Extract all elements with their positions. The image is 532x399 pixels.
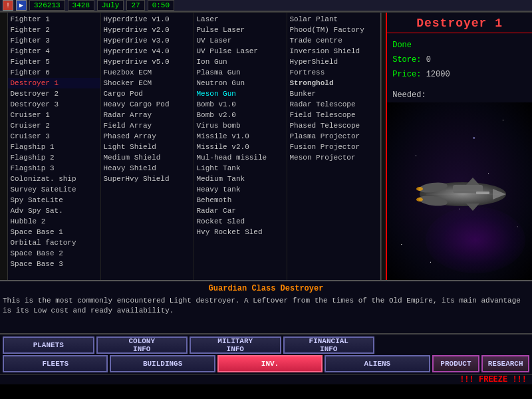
ship-list-item[interactable]: Orbital factory: [8, 237, 100, 248]
ship-list-item[interactable]: Fighter 3: [8, 35, 100, 46]
structure-list-item[interactable]: Solar Plant: [287, 14, 380, 25]
nav-button[interactable]: FLEETS: [3, 355, 108, 372]
structure-list-item[interactable]: HyperShield: [287, 57, 380, 67]
weapon-list-item[interactable]: Rocket Sled: [194, 216, 287, 227]
weapon-list-item[interactable]: Plasma Gun: [194, 67, 287, 78]
structure-list-item[interactable]: Bunker: [287, 88, 380, 99]
nav-button[interactable]: COLONY INFO: [96, 336, 188, 354]
equipment-list-item[interactable]: Phased Array: [101, 131, 194, 142]
nav-row-2: FLEETSBUILDINGSINV.ALIENSPRODUCTRESEARCH: [3, 355, 529, 372]
structure-list-item[interactable]: Phased Telescope: [287, 120, 380, 131]
equipment-list-item[interactable]: Fuezbox ECM: [101, 67, 194, 78]
ship-list-item[interactable]: Space Base 2: [8, 248, 100, 259]
weapon-list-item[interactable]: Virus bomb: [194, 120, 287, 131]
equipment-list-item[interactable]: Radar Array: [101, 110, 194, 120]
play-btn[interactable]: ▶: [16, 0, 27, 11]
needed-label: Needed:: [387, 88, 532, 102]
scrollbar[interactable]: [381, 13, 386, 280]
ship-list-item[interactable]: Hubble 2: [8, 216, 100, 227]
bottom-nav: PLANETSCOLONY INFOMILITARY INFOFINANCIAL…: [0, 333, 532, 374]
structure-list-item[interactable]: Meson Projector: [287, 152, 380, 163]
structure-list-item[interactable]: Fusion Projector: [287, 142, 380, 152]
ship-list-item[interactable]: Spy SateLite: [8, 195, 100, 205]
ship-list-item[interactable]: Colonizat. ship: [8, 174, 100, 184]
nav-button[interactable]: MILITARY INFO: [190, 336, 281, 354]
ship-list-item[interactable]: Space Base 3: [8, 259, 100, 269]
weapon-list-item[interactable]: UV Pulse Laser: [194, 46, 287, 57]
equipment-list-item[interactable]: Heavy Cargo Pod: [101, 99, 194, 110]
weapon-list-item[interactable]: Light Tank: [194, 163, 287, 174]
structure-list-item[interactable]: Field Telescope: [287, 110, 380, 120]
equipment-list-item[interactable]: SuperHvy Shield: [101, 174, 194, 184]
equipment-list-item[interactable]: Hyperdrive v2.0: [101, 25, 194, 35]
equipment-list-item[interactable]: Cargo Pod: [101, 88, 194, 99]
weapon-list-item[interactable]: Mul-head missile: [194, 152, 287, 163]
nav-button[interactable]: FINANCIAL INFO: [283, 336, 375, 354]
ship-list-item[interactable]: Fighter 2: [8, 25, 100, 35]
nav-button[interactable]: INV.: [217, 355, 323, 372]
equipment-list-item[interactable]: Shocker ECM: [101, 78, 194, 88]
nav-special-button[interactable]: PRODUCT: [432, 355, 480, 372]
ship-list-item[interactable]: Fighter 5: [8, 57, 100, 67]
equipment-list-item[interactable]: Hyperdrive v3.0: [101, 35, 194, 46]
weapon-list-item[interactable]: Behemoth: [194, 195, 287, 205]
weapon-list-item[interactable]: Medium Tank: [194, 174, 287, 184]
ship-list-item[interactable]: Space Base 1: [8, 227, 100, 237]
ship-list-item[interactable]: Fighter 4: [8, 46, 100, 57]
weapon-list-item[interactable]: Ion Gun: [194, 57, 287, 67]
ship-list-item[interactable]: Adv Spy Sat.: [8, 205, 100, 216]
store-value: 0: [426, 55, 431, 65]
nav-special-button[interactable]: RESEARCH: [481, 355, 529, 372]
weapon-list-item[interactable]: Radar Car: [194, 205, 287, 216]
ship-list-item[interactable]: Destroyer 2: [8, 88, 100, 99]
ship-description: This is the most commonly encountered Li…: [3, 296, 529, 316]
store-label: Store:: [392, 55, 421, 65]
ship-list-item[interactable]: Flagship 2: [8, 152, 100, 163]
left-icons: [0, 13, 8, 280]
weapon-list-item[interactable]: Pulse Laser: [194, 25, 287, 35]
structure-list-item[interactable]: Trade centre: [287, 35, 380, 46]
weapon-list-item[interactable]: Heavy tank: [194, 184, 287, 195]
ship-list-item[interactable]: Flagship 1: [8, 142, 100, 152]
equipment-list-item[interactable]: Heavy Shield: [101, 163, 194, 174]
weapon-list-item[interactable]: Hvy Rocket Sled: [194, 227, 287, 237]
weapon-list-item[interactable]: Laser: [194, 14, 287, 25]
equipment-list-item[interactable]: Light Shield: [101, 142, 194, 152]
ship-list-item[interactable]: Fighter 1: [8, 14, 100, 25]
structure-list-item[interactable]: Phood(TM) Factory: [287, 25, 380, 35]
nav-button[interactable]: PLANETS: [3, 336, 94, 354]
weapon-list-item[interactable]: Neutron Gun: [194, 78, 287, 88]
equipment-list-item[interactable]: Field Array: [101, 120, 194, 131]
equipment-list-item[interactable]: Hyperdrive v5.0: [101, 57, 194, 67]
ship-class-title: Guardian Class Destroyer: [3, 284, 529, 293]
structure-list-item[interactable]: Stronghold: [287, 78, 380, 88]
weapon-list-item[interactable]: Missile v2.0: [194, 142, 287, 152]
ship-list-item[interactable]: Destroyer 3: [8, 99, 100, 110]
equipment-column: Hyperdrive v1.0Hyperdrive v2.0Hyperdrive…: [101, 13, 194, 280]
nav-row-1: PLANETSCOLONY INFOMILITARY INFOFINANCIAL…: [3, 336, 529, 354]
structure-list-item[interactable]: Plasma Projector: [287, 131, 380, 142]
nav-button[interactable]: BUILDINGS: [110, 355, 215, 372]
structure-list-item[interactable]: Radar Telescope: [287, 99, 380, 110]
nav-button[interactable]: ALIENS: [325, 355, 430, 372]
equipment-list-item[interactable]: Hyperdrive v1.0: [101, 14, 194, 25]
ship-list-item[interactable]: Destroyer 1: [8, 78, 100, 88]
weapon-list-item[interactable]: UV Laser: [194, 35, 287, 46]
alert-btn[interactable]: !: [3, 0, 13, 11]
ship-list-item[interactable]: Flagship 3: [8, 163, 100, 174]
weapon-list-item[interactable]: Missile v1.0: [194, 131, 287, 142]
ship-list-item[interactable]: Fighter 6: [8, 67, 100, 78]
ship-list-item[interactable]: Cruiser 1: [8, 110, 100, 120]
weapon-list-item[interactable]: Bomb v2.0: [194, 110, 287, 120]
weapon-list-item[interactable]: Bomb v1.0: [194, 99, 287, 110]
equipment-list-item[interactable]: Medium Shield: [101, 152, 194, 163]
ship-list-item[interactable]: Survey SateLite: [8, 184, 100, 195]
ship-list-item[interactable]: Cruiser 2: [8, 120, 100, 131]
ship-list-item[interactable]: Cruiser 3: [8, 131, 100, 142]
structure-list-item[interactable]: Inversion Shield: [287, 46, 380, 57]
price-label: Price:: [392, 70, 421, 79]
weapon-list-item[interactable]: Meson Gun: [194, 88, 287, 99]
structure-list-item[interactable]: Fortress: [287, 67, 380, 78]
freeze-text: !!! FREEZE !!!: [460, 375, 527, 384]
equipment-list-item[interactable]: Hyperdrive v4.0: [101, 46, 194, 57]
